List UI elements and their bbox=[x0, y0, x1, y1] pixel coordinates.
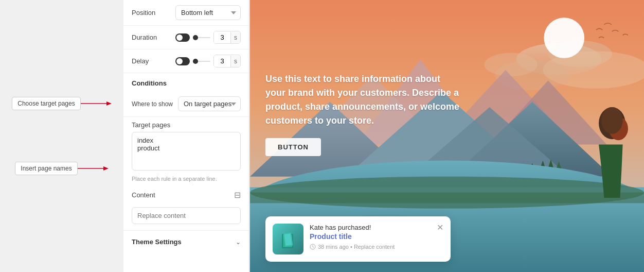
preview-background: Use this text to share information about… bbox=[250, 0, 644, 272]
svg-rect-27 bbox=[250, 193, 644, 203]
svg-point-26 bbox=[250, 177, 644, 209]
content-row: Content ⊟ bbox=[123, 185, 249, 205]
choose-target-box: Choose target pages bbox=[12, 97, 80, 110]
text-overlay: Use this text to share information about… bbox=[265, 72, 461, 156]
duration-row: Duration 3 s bbox=[123, 26, 249, 49]
delay-number-box: 3 s bbox=[213, 55, 241, 67]
duration-slider-track[interactable] bbox=[193, 37, 210, 38]
notification-product: Product title bbox=[310, 232, 431, 241]
database-icon: ⊟ bbox=[234, 190, 241, 200]
clock-icon bbox=[310, 244, 316, 250]
overlay-main-text: Use this text to share information about… bbox=[265, 72, 461, 128]
choose-target-annotation: Choose target pages bbox=[12, 97, 111, 110]
where-to-show-control[interactable]: On target pages On all pages On home pag… bbox=[178, 96, 241, 111]
delay-control: 3 s bbox=[175, 55, 241, 67]
where-to-show-row: Where to show On target pages On all pag… bbox=[123, 91, 249, 117]
svg-point-9 bbox=[484, 53, 538, 77]
delay-toggle[interactable] bbox=[175, 57, 190, 65]
where-to-show-select[interactable]: On target pages On all pages On home pag… bbox=[178, 96, 241, 111]
notification-title: Kate has purchased! bbox=[310, 224, 431, 231]
svg-point-10 bbox=[544, 18, 584, 58]
delay-slider-track[interactable] bbox=[193, 61, 210, 62]
arrow-right-icon-2 bbox=[78, 164, 109, 173]
replace-content-input[interactable] bbox=[132, 207, 241, 224]
position-label: Position bbox=[132, 9, 175, 16]
settings-panel: Position Bottom left Bottom right Top le… bbox=[123, 0, 249, 272]
svg-marker-3 bbox=[103, 166, 109, 171]
notification-close-button[interactable]: ✕ bbox=[437, 224, 443, 232]
insert-page-annotation: Insert page names bbox=[15, 162, 108, 175]
where-to-show-label: Where to show bbox=[132, 100, 178, 108]
duration-unit: s bbox=[230, 32, 240, 43]
notification-popup: Kate has purchased! Product title 38 min… bbox=[265, 216, 451, 262]
duration-input[interactable]: 3 bbox=[214, 31, 230, 43]
position-select[interactable]: Bottom left Bottom right Top left Top ri… bbox=[175, 5, 241, 20]
position-row: Position Bottom left Bottom right Top le… bbox=[123, 0, 249, 26]
svg-line-37 bbox=[313, 247, 314, 248]
insert-page-box: Insert page names bbox=[15, 162, 77, 175]
delay-label: Delay bbox=[132, 57, 175, 65]
chevron-down-icon: ⌄ bbox=[236, 239, 241, 246]
svg-point-30 bbox=[601, 107, 622, 134]
insert-page-label: Insert page names bbox=[21, 165, 71, 172]
delay-slider-thumb bbox=[193, 59, 198, 64]
delay-unit: s bbox=[230, 56, 240, 67]
notification-product-icon bbox=[273, 224, 303, 254]
preview-area: Use this text to share information about… bbox=[250, 0, 644, 272]
duration-control: 3 s bbox=[175, 31, 241, 44]
notification-content: Kate has purchased! Product title 38 min… bbox=[310, 224, 431, 250]
position-control[interactable]: Bottom left Bottom right Top left Top ri… bbox=[175, 5, 241, 20]
content-label: Content bbox=[132, 191, 155, 199]
delay-input[interactable]: 3 bbox=[214, 55, 230, 67]
target-pages-textarea[interactable]: index product bbox=[132, 132, 241, 171]
product-icon-svg bbox=[278, 229, 298, 249]
duration-slider-thumb bbox=[193, 35, 198, 40]
preview-button[interactable]: BUTTON bbox=[265, 138, 321, 156]
theme-settings-row[interactable]: Theme Settings ⌄ bbox=[123, 230, 249, 253]
target-pages-label: Target pages bbox=[123, 117, 249, 132]
annotations-column: Choose target pages Insert page names bbox=[0, 0, 123, 272]
choose-target-label: Choose target pages bbox=[17, 100, 75, 107]
duration-label: Duration bbox=[132, 33, 175, 41]
notification-time: 38 mins ago • Replace content bbox=[310, 244, 431, 250]
delay-row: Delay 3 s bbox=[123, 49, 249, 73]
duration-number-box: 3 s bbox=[213, 31, 241, 44]
arrow-right-icon bbox=[81, 99, 112, 108]
svg-marker-1 bbox=[106, 101, 112, 106]
conditions-header: Conditions bbox=[123, 73, 249, 91]
notification-time-text: 38 mins ago • Replace content bbox=[318, 244, 395, 250]
theme-settings-label: Theme Settings bbox=[132, 238, 182, 246]
duration-toggle[interactable] bbox=[175, 33, 190, 42]
hint-text: Place each rule in a separate line. bbox=[123, 173, 249, 185]
